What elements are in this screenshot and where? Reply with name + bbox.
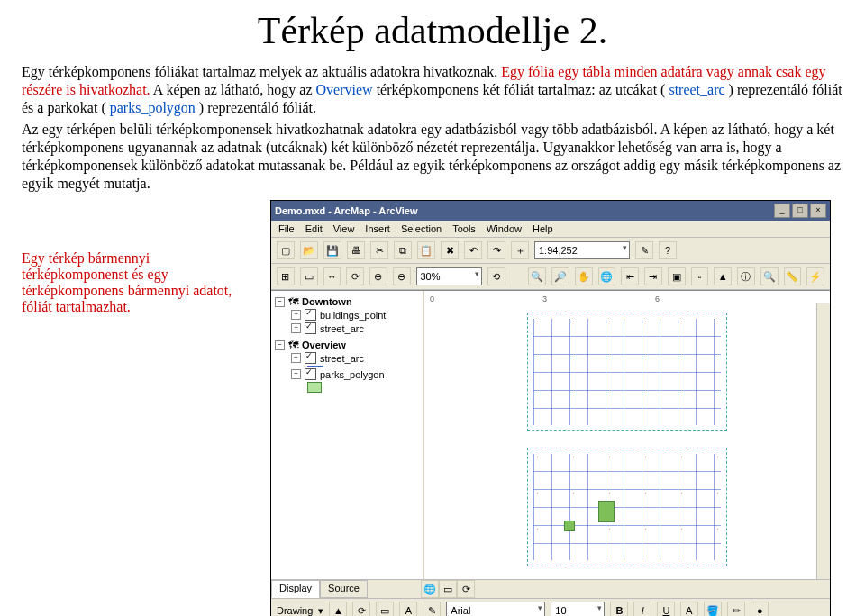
menu-edit[interactable]: Edit — [305, 223, 323, 234]
collapse-icon[interactable]: − — [275, 297, 285, 307]
layout-view-icon[interactable]: ▭ — [439, 580, 457, 598]
open-icon[interactable]: 📂 — [300, 241, 318, 259]
map-frame-downtown[interactable] — [527, 313, 727, 431]
data-view-icon[interactable]: 🌐 — [421, 580, 439, 598]
zoom-out-icon[interactable]: 🔎 — [551, 267, 569, 285]
arcmap-window: Demo.mxd - ArcMap - ArcView _ □ × File E… — [270, 200, 831, 616]
expand-icon[interactable]: + — [291, 310, 301, 320]
copy-icon[interactable]: ⧉ — [394, 241, 412, 259]
add-data-icon[interactable]: ＋ — [511, 241, 529, 259]
menu-insert[interactable]: Insert — [365, 223, 390, 234]
menu-window[interactable]: Window — [487, 223, 522, 234]
layer1-name: buildings_point — [320, 310, 386, 321]
underline-button[interactable]: U — [657, 602, 675, 616]
close-button[interactable]: × — [810, 204, 826, 218]
hyperlink-icon[interactable]: ⚡ — [806, 267, 824, 285]
layer-visibility-checkbox[interactable] — [305, 368, 316, 380]
rectangle-tool-icon[interactable]: ▭ — [376, 602, 394, 616]
clear-selection-icon[interactable]: ▫ — [691, 267, 709, 285]
font-family-value: Arial — [451, 605, 470, 616]
measure-icon[interactable]: 📏 — [784, 267, 802, 285]
park-polygon-symbol — [598, 501, 615, 522]
save-icon[interactable]: 💾 — [323, 241, 341, 259]
scale-combo[interactable]: 1:94,252 — [534, 241, 630, 259]
prev-extent-icon[interactable]: ⇤ — [621, 267, 639, 285]
select-features-icon[interactable]: ▣ — [668, 267, 686, 285]
globe-icon[interactable]: 🌐 — [598, 267, 616, 285]
expand-icon[interactable]: + — [291, 323, 301, 333]
toc-frame-downtown[interactable]: − 🗺 Downtown — [275, 296, 419, 307]
marker-color-icon[interactable]: ● — [751, 602, 769, 616]
paste-icon[interactable]: 📋 — [417, 241, 435, 259]
new-doc-icon[interactable]: ▢ — [277, 241, 295, 259]
fit-width-icon[interactable]: ↔ — [323, 267, 341, 285]
bold-button[interactable]: B — [610, 602, 628, 616]
refresh-icon[interactable]: ⟲ — [487, 267, 505, 285]
identify-icon[interactable]: ⓘ — [737, 267, 755, 285]
pan-icon[interactable]: ✋ — [575, 267, 593, 285]
delete-icon[interactable]: ✖ — [441, 241, 459, 259]
print-icon[interactable]: 🖶 — [347, 241, 365, 259]
menu-help[interactable]: Help — [533, 223, 553, 234]
collapse-icon[interactable]: − — [291, 353, 301, 363]
collapse-icon[interactable]: − — [291, 369, 301, 379]
layer-visibility-checkbox[interactable] — [305, 322, 316, 334]
toc-tab-display[interactable]: Display — [271, 580, 320, 598]
drawing-toolbar: Drawing ▾ ▲ ⟳ ▭ A ✎ Arial 10 B I U A̲ 🪣 … — [271, 598, 830, 616]
toc-layer-buildings-point[interactable]: + buildings_point — [291, 309, 419, 321]
toc-frame-overview[interactable]: − 🗺 Overview — [275, 340, 419, 350]
minimize-button[interactable]: _ — [774, 204, 790, 218]
maximize-button[interactable]: □ — [792, 204, 808, 218]
frame-icon: 🗺 — [288, 296, 298, 307]
editor-icon[interactable]: ✎ — [635, 241, 653, 259]
layer-visibility-checkbox[interactable] — [305, 309, 316, 321]
font-family-combo[interactable]: Arial — [446, 602, 545, 616]
ruler-mark: 0 — [430, 294, 434, 303]
fit-page-icon[interactable]: ▭ — [300, 267, 318, 285]
toc-tab-source[interactable]: Source — [320, 580, 368, 598]
polygon-symbol-icon — [307, 382, 322, 393]
next-extent-icon[interactable]: ⇥ — [644, 267, 662, 285]
map-frame-overview[interactable] — [527, 448, 727, 566]
italic-button[interactable]: I — [633, 602, 651, 616]
edit-vertices-icon[interactable]: ✎ — [423, 602, 441, 616]
toc-layer-parks-polygon[interactable]: − parks_polygon — [291, 368, 419, 380]
rotate-icon[interactable]: ⟳ — [352, 602, 370, 616]
layer4-name: parks_polygon — [320, 369, 385, 380]
cut-icon[interactable]: ✂ — [370, 241, 388, 259]
font-size-combo[interactable]: 10 — [551, 602, 605, 616]
map-layout-view[interactable]: 0 3 6 — [424, 291, 830, 579]
find-icon[interactable]: 🔍 — [760, 267, 778, 285]
menu-tools[interactable]: Tools — [452, 223, 476, 234]
font-color-icon[interactable]: A̲ — [680, 602, 698, 616]
text-tool-icon[interactable]: A — [399, 602, 417, 616]
refresh-view-icon[interactable]: ⟳ — [457, 580, 475, 598]
layer-visibility-checkbox[interactable] — [305, 352, 316, 364]
redo-icon[interactable]: ↷ — [487, 241, 505, 259]
menu-file[interactable]: File — [278, 223, 295, 234]
zoom-combo[interactable]: 30% — [416, 267, 482, 285]
toc-layer-street-arc-1[interactable]: + street_arc — [291, 322, 419, 334]
undo-icon[interactable]: ↶ — [464, 241, 482, 259]
zoom-out-fixed-icon[interactable]: ⊖ — [393, 267, 411, 285]
vertical-scrollbar[interactable] — [816, 303, 830, 579]
menu-view[interactable]: View — [333, 223, 355, 234]
select-element-icon[interactable]: ▲ — [329, 602, 347, 616]
page-canvas[interactable] — [437, 303, 817, 579]
toc-layer-street-arc-2[interactable]: − street_arc — [291, 352, 419, 364]
zoom-in-icon[interactable]: 🔍 — [528, 267, 546, 285]
intro-text-a: Egy térképkomponens fóliákat tartalmaz m… — [22, 64, 501, 79]
fill-color-icon[interactable]: 🪣 — [704, 602, 722, 616]
collapse-icon[interactable]: − — [275, 340, 285, 350]
help-icon[interactable]: ? — [659, 241, 677, 259]
select-elements-icon[interactable]: ▲ — [714, 267, 732, 285]
scale-value: 1:94,252 — [539, 245, 578, 256]
menu-selection[interactable]: Selection — [401, 223, 442, 234]
dropdown-icon[interactable]: ▾ — [318, 605, 323, 617]
full-extent-icon[interactable]: ⊞ — [277, 267, 295, 285]
zoom-100-icon[interactable]: ⟳ — [346, 267, 364, 285]
zoom-in-fixed-icon[interactable]: ⊕ — [369, 267, 387, 285]
frame-icon: 🗺 — [288, 340, 298, 350]
frame2-name: Overview — [302, 340, 346, 350]
line-color-icon[interactable]: ✏ — [727, 602, 745, 616]
